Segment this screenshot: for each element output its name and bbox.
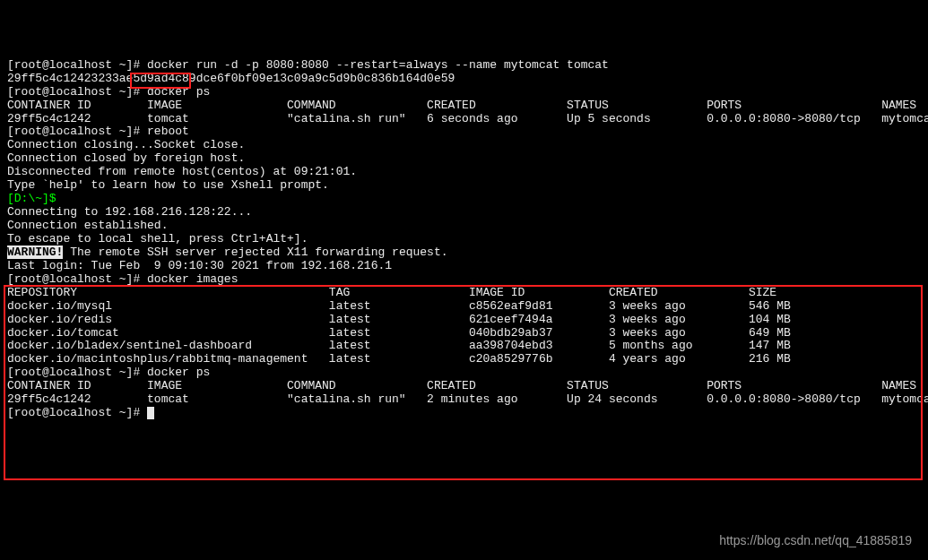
terminal-line: 29ff5c4c12423233ae5d9ad4c89dce6f0bf09e13… [7,73,921,86]
terminal-line: [root@localhost ~]# reboot [7,125,921,139]
terminal-line: [root@localhost ~]# docker ps [7,366,921,380]
terminal-line: Last login: Tue Feb 9 09:10:30 2021 from… [7,260,921,273]
terminal-line: docker.io/macintoshplus/rabbitmq-managem… [7,353,921,366]
terminal-line: Disconnected from remote host(centos) at… [7,166,921,179]
terminal-line: Connection established. [7,220,921,233]
terminal-line: Connecting to 192.168.216.128:22... [7,206,921,220]
terminal-line: CONTAINER ID IMAGE COMMAND CREATED STATU… [7,380,921,393]
terminal-line: Type `help' to learn how to use Xshell p… [7,179,921,193]
terminal-line: CONTAINER ID IMAGE COMMAND CREATED STATU… [7,99,921,113]
terminal-line: [root@localhost ~]# docker run -d -p 808… [7,59,921,73]
terminal-line: docker.io/mysql latest c8562eaf9d81 3 we… [7,300,921,314]
terminal-line: [D:\~]$ [7,193,921,206]
watermark-text: https://blog.csdn.net/qq_41885819 [719,533,912,547]
cursor [147,407,154,419]
terminal-line: Connection closed by foreign host. [7,152,921,166]
terminal-line: [root@localhost ~]# [7,407,921,420]
terminal-line: docker.io/tomcat latest 040bdb29ab37 3 w… [7,327,921,340]
terminal-line: docker.io/redis latest 621ceef7494a 3 we… [7,314,921,327]
terminal-line: docker.io/bladex/sentinel-dashboard late… [7,340,921,353]
terminal-line: REPOSITORY TAG IMAGE ID CREATED SIZE [7,287,921,300]
terminal-line: [root@localhost ~]# docker images [7,273,921,287]
terminal-line: 29ff5c4c1242 tomcat "catalina.sh run" 6 … [7,113,921,126]
terminal-output[interactable]: [root@localhost ~]# docker run -d -p 808… [7,59,921,420]
terminal-line: Connection closing...Socket close. [7,139,921,152]
terminal-line: To escape to local shell, press Ctrl+Alt… [7,233,921,246]
terminal-line: 29ff5c4c1242 tomcat "catalina.sh run" 2 … [7,393,921,407]
terminal-line: [root@localhost ~]# docker ps [7,86,921,99]
terminal-line: WARNING! The remote SSH server rejected … [7,246,921,260]
